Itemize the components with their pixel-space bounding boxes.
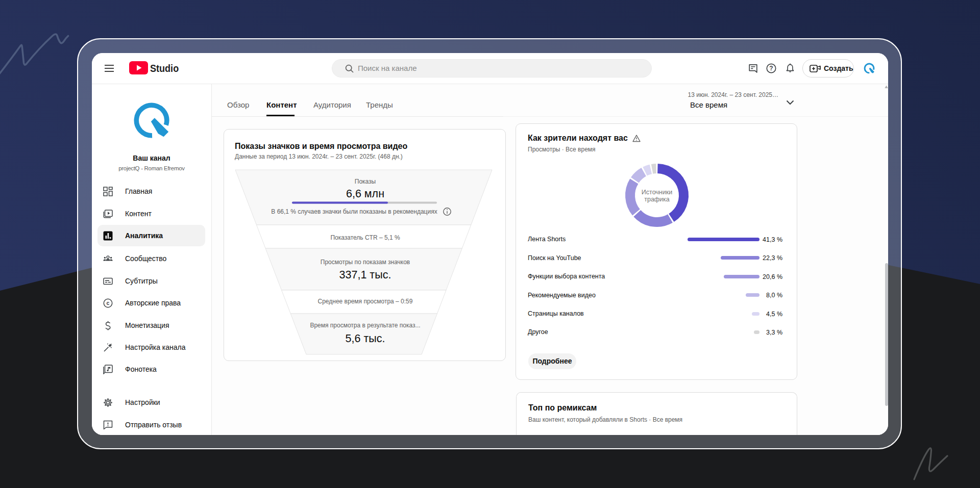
svg-text:?: ? <box>769 65 773 72</box>
svg-text:трафика: трафика <box>644 196 670 203</box>
svg-text:Источники: Источники <box>642 189 672 196</box>
svg-text:c: c <box>107 300 110 306</box>
